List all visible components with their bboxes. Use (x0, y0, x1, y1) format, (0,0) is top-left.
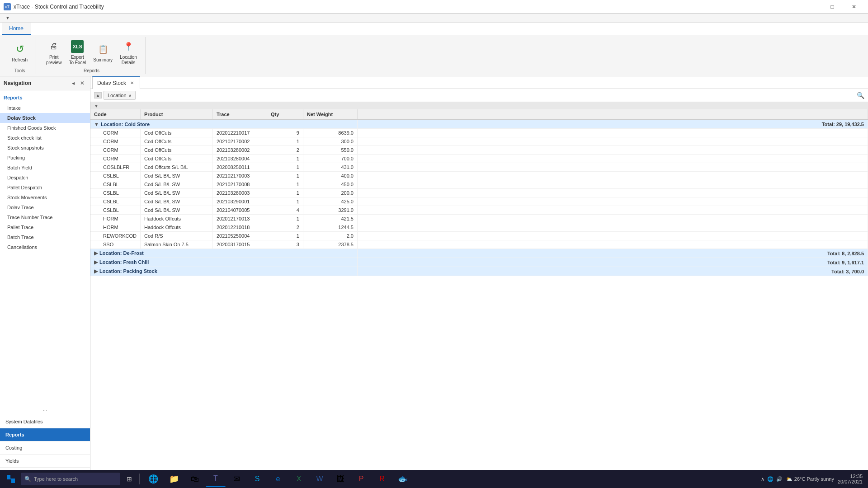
taskbar-mail-icon[interactable]: ✉ (226, 471, 246, 487)
tab-dolav-stock[interactable]: Dolav Stock ✕ (92, 76, 140, 89)
qa-dropdown[interactable]: ▼ (4, 15, 12, 20)
start-button[interactable] (2, 471, 20, 487)
table-row[interactable]: REWORKCODCod R/S20210525000412.0 (90, 232, 868, 240)
col-header-code[interactable]: Code (90, 109, 140, 120)
maximize-button[interactable]: □ (822, 0, 843, 14)
group-toggle-2[interactable]: ▶ (94, 259, 98, 265)
nav-close-button[interactable]: ✕ (78, 79, 86, 87)
group-toggle-1[interactable]: ▶ (94, 250, 98, 256)
summary-button[interactable]: 📋 Summary (90, 40, 115, 65)
summary-label: Summary (93, 57, 113, 63)
taskbar-word-icon[interactable]: W (310, 471, 330, 487)
cell-product: Cod OffCuts (140, 155, 212, 163)
table-row[interactable]: CORMCod OffCuts20201221001798639.0 (90, 129, 868, 137)
systray-network[interactable]: 🌐 (767, 476, 774, 482)
nav-item-cancellations[interactable]: Cancellations (0, 242, 90, 252)
task-view-button[interactable]: ⊞ (121, 471, 137, 487)
table-row[interactable]: HORMHaddock Offcuts2020121700131421.5 (90, 215, 868, 223)
excel-label: ExportTo Excel (69, 55, 86, 66)
filter-search-icon[interactable]: 🔍 (857, 92, 864, 99)
group-toggle-3[interactable]: ▶ (94, 268, 98, 274)
nav-item-finished-goods[interactable]: Finished Goods Stock (0, 123, 90, 133)
nav-item-despatch[interactable]: Despatch (0, 173, 90, 183)
systray-expand[interactable]: ∧ (761, 476, 764, 482)
col-header-product[interactable]: Product (140, 109, 212, 120)
taskbar-fish-icon[interactable]: 🐟 (393, 471, 413, 487)
refresh-button[interactable]: ↺ Refresh (9, 40, 30, 65)
taskbar-skype-icon[interactable]: S (247, 471, 267, 487)
nav-bottom-reports[interactable]: Reports (0, 428, 90, 441)
col-header-netweight[interactable]: Net Weight (303, 109, 357, 120)
group-toggle-0[interactable]: ▼ (94, 122, 99, 127)
group-row-3[interactable]: ▶Location: Packing StockTotal: 3, 700.0 (90, 267, 868, 276)
table-row[interactable]: CORMCod OffCuts2021032800041700.0 (90, 155, 868, 163)
minimize-button[interactable]: ─ (800, 0, 821, 14)
nav-bottom-system-datafiles[interactable]: System Datafiles (0, 415, 90, 428)
taskbar-red-icon[interactable]: R (372, 471, 392, 487)
col-header-qty[interactable]: Qty (267, 109, 303, 120)
nav-collapse-button[interactable]: ◂ (69, 79, 77, 87)
export-excel-button[interactable]: XLS ExportTo Excel (66, 38, 89, 67)
table-row[interactable]: CORMCod OffCuts2021021700021300.0 (90, 137, 868, 146)
taskbar-clock[interactable]: 12:35 20/07/2021 (838, 474, 863, 484)
table-row[interactable]: COSLBLFRCod Offcuts S/L B/L2020082500111… (90, 163, 868, 172)
group-total-0: Total: 29, 19,432.5 (357, 120, 868, 129)
ribbon-tabs: Home (0, 23, 868, 35)
table-row[interactable]: HORMHaddock Offcuts20201221001821244.5 (90, 223, 868, 232)
systray: ∧ 🌐 🔊 (761, 476, 783, 482)
refresh-label: Refresh (12, 57, 28, 63)
systray-volume[interactable]: 🔊 (776, 476, 783, 482)
nav-item-stock-snapshots[interactable]: Stock snapshots (0, 143, 90, 153)
taskbar-store-icon[interactable]: 🛍 (185, 471, 205, 487)
nav-bottom-yields[interactable]: Yields (0, 455, 90, 468)
tab-home[interactable]: Home (2, 23, 31, 35)
group-row-0[interactable]: ▼Location: Cold StoreTotal: 29, 19,432.5 (90, 120, 868, 129)
table-row[interactable]: CSLBLCod S/L B/L SW2021021700081450.0 (90, 180, 868, 189)
group-row-1[interactable]: ▶Location: De-FrostTotal: 8, 2,828.5 (90, 249, 868, 258)
nav-item-batch-trace[interactable]: Batch Trace (0, 232, 90, 242)
cell-weight: 8639.0 (303, 129, 357, 137)
nav-item-dolav-trace[interactable]: Dolav Trace (0, 202, 90, 212)
taskbar-excel-icon[interactable]: X (289, 471, 309, 487)
col-header-trace[interactable]: Trace (212, 109, 267, 120)
table-row[interactable]: CSLBLCod S/L B/L SW2021032900011425.0 (90, 197, 868, 206)
windows-icon (7, 475, 15, 483)
cell-product: Cod Offcuts S/L B/L (140, 163, 212, 172)
nav-item-pallet-despatch[interactable]: Pallet Despatch (0, 183, 90, 192)
nav-item-batch-yield[interactable]: Batch Yield (0, 163, 90, 173)
print-preview-button[interactable]: 🖨 Printpreview (43, 38, 64, 67)
nav-section-title-reports[interactable]: Reports (0, 92, 90, 103)
taskbar-search[interactable]: 🔍 Type here to search (21, 473, 120, 485)
nav-item-packing[interactable]: Packing (0, 153, 90, 163)
nav-section-reports: Reports Intake Dolav Stock Finished Good… (0, 90, 90, 406)
nav-item-trace-number[interactable]: Trace Number Trace (0, 212, 90, 222)
nav-item-intake[interactable]: Intake (0, 103, 90, 113)
weather-widget[interactable]: ⛅ 26°C Partly sunny (786, 476, 834, 482)
table-area[interactable]: Code Product Trace Qty Net Weight ▼Locat… (90, 109, 868, 488)
main-layout: Navigation ◂ ✕ Reports Intake Dolav Stoc… (0, 76, 868, 488)
location-filter-button[interactable]: Location ∧ (104, 91, 136, 100)
taskbar-paint-icon[interactable]: P (351, 471, 371, 487)
taskbar-edge-icon[interactable]: e (268, 471, 288, 487)
table-row[interactable]: CSLBLCod S/L B/L SW2021021700031400.0 (90, 172, 868, 180)
table-row[interactable]: SSOSalmon Skin On 7.520200317001532378.5 (90, 240, 868, 249)
cell-weight: 400.0 (303, 172, 357, 180)
filter-scroll-up[interactable]: ▲ (94, 92, 102, 99)
nav-item-stock-check[interactable]: Stock check list (0, 133, 90, 143)
group-row-2[interactable]: ▶Location: Fresh ChillTotal: 9, 1,617.1 (90, 258, 868, 267)
location-details-button[interactable]: 📍 LocationDetails (117, 38, 140, 67)
tab-close-button[interactable]: ✕ (129, 80, 135, 86)
taskbar-chrome-icon[interactable]: 🌐 (143, 471, 163, 487)
taskbar-teams-icon[interactable]: T (206, 471, 226, 487)
scroll-arrow-down[interactable]: ▼ (94, 103, 99, 108)
close-button[interactable]: ✕ (844, 0, 864, 14)
nav-item-stock-movements[interactable]: Stock Movements (0, 192, 90, 202)
nav-bottom-costing[interactable]: Costing (0, 441, 90, 455)
taskbar-photos-icon[interactable]: 🖼 (330, 471, 350, 487)
taskbar-explorer-icon[interactable]: 📁 (164, 471, 184, 487)
table-row[interactable]: CORMCod OffCuts2021032800022550.0 (90, 146, 868, 155)
table-row[interactable]: CSLBLCod S/L B/L SW2021032800031200.0 (90, 189, 868, 197)
table-row[interactable]: CSLBLCod S/L B/L SW20210407000543291.0 (90, 206, 868, 215)
nav-item-pallet-trace[interactable]: Pallet Trace (0, 222, 90, 232)
nav-item-dolav-stock[interactable]: Dolav Stock (0, 113, 90, 123)
